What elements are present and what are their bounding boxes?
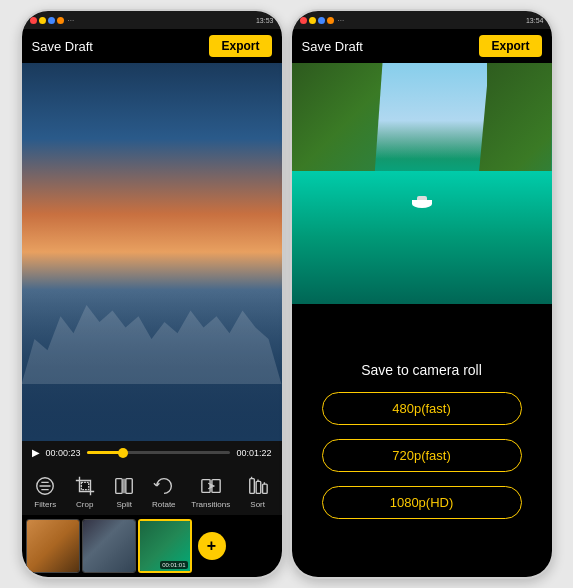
svg-rect-8 — [256, 481, 261, 493]
svg-rect-2 — [116, 479, 122, 494]
split-label: Split — [117, 500, 133, 509]
dot-yellow — [39, 17, 46, 24]
right-save-draft: Save Draft — [302, 39, 363, 54]
dot-red — [30, 17, 37, 24]
svg-rect-5 — [202, 480, 210, 493]
left-status-bar: ··· 13:53 — [22, 11, 282, 29]
right-dot-red — [300, 17, 307, 24]
left-app-header: Save Draft Export — [22, 29, 282, 63]
export-option-1080p[interactable]: 1080p(HD) — [322, 486, 522, 519]
svg-rect-1 — [81, 482, 88, 489]
left-current-time: 00:00:23 — [46, 448, 81, 458]
right-video-area — [292, 63, 552, 304]
left-video-sunset — [22, 63, 282, 441]
left-video-area — [22, 63, 282, 441]
export-option-720p[interactable]: 720p(fast) — [322, 439, 522, 472]
filmstrip-clip-2[interactable] — [82, 519, 136, 573]
svg-rect-7 — [249, 479, 254, 494]
right-time: 13:54 — [526, 17, 544, 24]
tool-rotate[interactable]: Rotate — [152, 474, 176, 509]
right-status-dots — [300, 17, 334, 24]
left-status-right: 13:53 — [256, 17, 274, 24]
export-screen-title: Save to camera roll — [361, 362, 482, 378]
right-dot-orange — [327, 17, 334, 24]
right-status-ellipsis: ··· — [338, 16, 345, 25]
tool-split[interactable]: Split — [112, 474, 136, 509]
right-status-right: 13:54 — [526, 17, 544, 24]
add-clip-button[interactable]: + — [198, 532, 226, 560]
svg-rect-3 — [126, 479, 132, 494]
crop-icon — [73, 474, 97, 498]
left-tools-row: Filters Crop — [22, 468, 282, 515]
right-app-header: Save Draft Export — [292, 29, 552, 63]
sort-icon — [246, 474, 270, 498]
tool-crop[interactable]: Crop — [73, 474, 97, 509]
left-phone: ··· 13:53 Save Draft Export ▶ 00:00:23 — [20, 9, 284, 579]
svg-rect-9 — [262, 484, 267, 493]
right-dot-blue — [318, 17, 325, 24]
filmstrip-clip-3[interactable]: 00:01:01 — [138, 519, 192, 573]
transitions-icon — [199, 474, 223, 498]
left-total-time: 00:01:22 — [236, 448, 271, 458]
tool-transitions[interactable]: Transitions — [191, 474, 230, 509]
clip-time-badge: 00:01:01 — [160, 561, 187, 569]
left-time: 13:53 — [256, 17, 274, 24]
export-option-480p[interactable]: 480p(fast) — [322, 392, 522, 425]
left-filmstrip: 00:01:01 + — [22, 515, 282, 577]
tool-sort[interactable]: Sort — [246, 474, 270, 509]
filters-label: Filters — [34, 500, 56, 509]
right-video-tropical — [292, 63, 552, 304]
right-video-sky — [370, 63, 487, 159]
left-save-draft: Save Draft — [32, 39, 93, 54]
right-dot-yellow — [309, 17, 316, 24]
rotate-icon — [152, 474, 176, 498]
sort-label: Sort — [250, 500, 265, 509]
boat-hull — [412, 200, 432, 208]
left-status-dots — [30, 17, 64, 24]
right-export-button[interactable]: Export — [479, 35, 541, 57]
filters-icon — [33, 474, 57, 498]
right-export-screen: Save to camera roll 480p(fast) 720p(fast… — [292, 304, 552, 577]
left-timeline-area: ▶ 00:00:23 00:01:22 — [22, 441, 282, 468]
phones-container: ··· 13:53 Save Draft Export ▶ 00:00:23 — [12, 1, 562, 587]
split-icon — [112, 474, 136, 498]
left-status-left: ··· — [30, 16, 75, 25]
filmstrip-clip-1[interactable] — [26, 519, 80, 573]
left-timeline-controls: ▶ 00:00:23 00:01:22 — [32, 447, 272, 458]
dot-blue — [48, 17, 55, 24]
left-export-button[interactable]: Export — [209, 35, 271, 57]
left-status-ellipsis: ··· — [68, 16, 75, 25]
clip-thumb-2 — [83, 520, 135, 572]
left-play-button[interactable]: ▶ — [32, 447, 40, 458]
dot-orange — [57, 17, 64, 24]
clip-thumb-1 — [27, 520, 79, 572]
right-status-bar: ··· 13:54 — [292, 11, 552, 29]
tool-filters[interactable]: Filters — [33, 474, 57, 509]
left-video-buildings — [22, 271, 282, 384]
left-timeline-thumb[interactable] — [118, 448, 128, 458]
transitions-label: Transitions — [191, 500, 230, 509]
right-video-boat — [412, 196, 432, 208]
left-timeline-bar[interactable] — [87, 451, 231, 454]
right-phone: ··· 13:54 Save Draft Export — [290, 9, 554, 579]
rotate-label: Rotate — [152, 500, 176, 509]
right-status-left: ··· — [300, 16, 345, 25]
crop-label: Crop — [76, 500, 93, 509]
right-video-water — [292, 171, 552, 304]
